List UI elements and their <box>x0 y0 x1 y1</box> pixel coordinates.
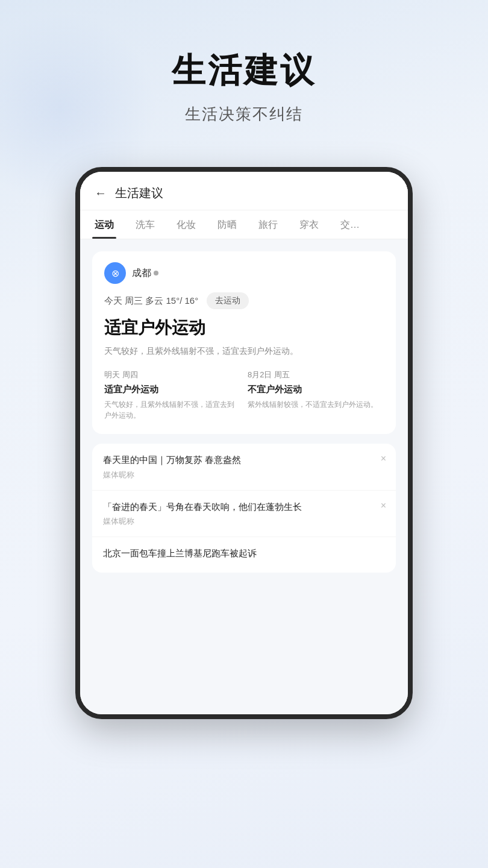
weather-card: ⊗ 成都 今天 周三 多云 15°/ 16° 去运动 适宜户外运动 天气较好，且… <box>92 251 396 434</box>
news-item-1: 春天里的中国｜万物复苏 春意盎然 媒体昵称 × <box>92 444 396 491</box>
phone-frame: ← 生活建议 运动 洗车 化妆 防晒 旅行 <box>75 167 413 719</box>
news-title-3: 北京一面包车撞上兰博基尼跑车被起诉 <box>103 547 385 561</box>
news-section: 春天里的中国｜万物复苏 春意盎然 媒体昵称 × 「奋进的春天」号角在春天吹响，他… <box>92 444 396 573</box>
forecast-title-2: 不宜户外运动 <box>248 384 384 395</box>
news-title-1: 春天里的中国｜万物复苏 春意盎然 <box>103 453 385 467</box>
news-source-2: 媒体昵称 <box>103 516 385 527</box>
tab-travel[interactable]: 旅行 <box>256 210 280 239</box>
app-title: 生活建议 <box>115 185 163 201</box>
forecast-desc-2: 紫外线辐射较强，不适宜去到户外运动。 <box>248 399 384 410</box>
app-header: ← 生活建议 <box>80 172 408 210</box>
forecast-day-2: 8月2日 周五 <box>248 370 384 380</box>
news-source-1: 媒体昵称 <box>103 470 385 480</box>
page-header: 生活建议 生活决策不纠结 <box>0 0 488 149</box>
news-item-2: 「奋进的春天」号角在春天吹响，他们在蓬勃生长 媒体昵称 × <box>92 491 396 538</box>
forecast-row: 明天 周四 适宜户外运动 天气较好，且紫外线辐射不强，适宜去到户外运动。 8月2… <box>104 370 384 421</box>
tab-carwash[interactable]: 洗车 <box>133 210 157 239</box>
phone-wrapper: ← 生活建议 运动 洗车 化妆 防晒 旅行 <box>0 149 488 755</box>
news-item-3: 北京一面包车撞上兰博基尼跑车被起诉 <box>92 537 396 573</box>
weather-info-row: 今天 周三 多云 15°/ 16° 去运动 <box>104 292 384 309</box>
page-subtitle: 生活决策不纠结 <box>24 104 464 125</box>
phone-screen: ← 生活建议 运动 洗车 化妆 防晒 旅行 <box>80 172 408 714</box>
news-title-2: 「奋进的春天」号角在春天吹响，他们在蓬勃生长 <box>103 500 385 514</box>
tab-sunscreen[interactable]: 防晒 <box>215 210 239 239</box>
tab-bar: 运动 洗车 化妆 防晒 旅行 穿衣 交… <box>80 210 408 239</box>
location-dot-icon <box>154 271 158 275</box>
back-button[interactable]: ← <box>95 186 107 200</box>
city-row: ⊗ 成都 <box>104 262 384 284</box>
news-close-2[interactable]: × <box>381 500 386 511</box>
tab-makeup[interactable]: 化妆 <box>174 210 198 239</box>
weather-text: 今天 周三 多云 15°/ 16° <box>104 295 198 307</box>
city-icon: ⊗ <box>104 262 126 284</box>
forecast-item-friday: 8月2日 周五 不宜户外运动 紫外线辐射较强，不适宜去到户外运动。 <box>248 370 384 421</box>
city-name: 成都 <box>132 267 158 280</box>
app-content: ⊗ 成都 今天 周三 多云 15°/ 16° 去运动 适宜户外运动 天气较好，且… <box>80 239 408 585</box>
news-close-1[interactable]: × <box>381 453 386 464</box>
tab-exercise[interactable]: 运动 <box>92 210 116 239</box>
exercise-desc: 天气较好，且紫外线辐射不强，适宜去到户外运动。 <box>104 344 384 357</box>
forecast-title-1: 适宜户外运动 <box>104 384 240 395</box>
forecast-desc-1: 天气较好，且紫外线辐射不强，适宜去到户外运动。 <box>104 399 240 421</box>
exercise-title: 适宜户外运动 <box>104 316 384 339</box>
go-exercise-button[interactable]: 去运动 <box>207 292 249 309</box>
tab-more[interactable]: 交… <box>338 210 362 239</box>
forecast-day-1: 明天 周四 <box>104 370 240 380</box>
forecast-item-tomorrow: 明天 周四 适宜户外运动 天气较好，且紫外线辐射不强，适宜去到户外运动。 <box>104 370 240 421</box>
page-title: 生活建议 <box>24 48 464 94</box>
tab-clothes[interactable]: 穿衣 <box>297 210 321 239</box>
